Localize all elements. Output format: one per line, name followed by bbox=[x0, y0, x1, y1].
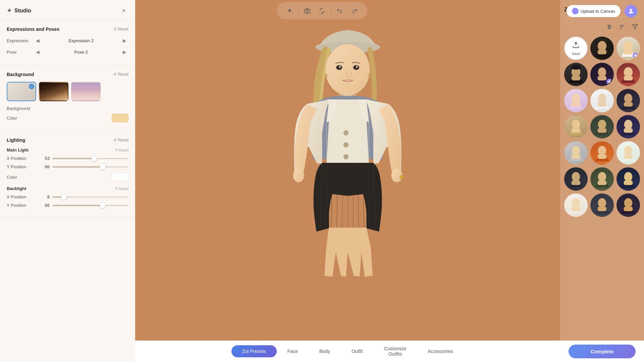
backlight-x-label: X Position bbox=[7, 194, 37, 199]
backlight-y-thumb[interactable] bbox=[100, 203, 105, 208]
svg-rect-70 bbox=[598, 207, 606, 211]
x-position-slider[interactable] bbox=[52, 158, 128, 159]
pose-prev-button[interactable]: ◀ bbox=[34, 48, 42, 56]
pose-next-button[interactable]: ▶ bbox=[120, 48, 128, 56]
top-bar: ✦ Uplo bbox=[0, 0, 644, 21]
lighting-reset-button[interactable]: ↺ Reset bbox=[113, 138, 128, 142]
background-thumbnails: ✓ bbox=[7, 82, 128, 101]
main-light-reset-button[interactable]: ↺ Reset bbox=[115, 148, 128, 152]
main-light-reset-icon: ↺ bbox=[115, 148, 118, 152]
complete-button-area: Complete bbox=[560, 341, 644, 362]
y-position-slider[interactable] bbox=[52, 166, 128, 168]
preset-item-3[interactable] bbox=[564, 63, 588, 86]
rotate-tool-button[interactable] bbox=[316, 5, 328, 17]
preset-item-10[interactable] bbox=[590, 115, 614, 138]
tab-body[interactable]: Body bbox=[309, 345, 341, 357]
preset-item-7[interactable] bbox=[590, 89, 614, 112]
svg-point-57 bbox=[598, 146, 606, 155]
main-light-header: Main Light ↺ Reset bbox=[7, 147, 128, 153]
preset-item-16[interactable] bbox=[590, 167, 614, 191]
preset-item-6[interactable] bbox=[564, 89, 588, 112]
preset-item-2[interactable] bbox=[616, 37, 640, 60]
filter-preset-button[interactable] bbox=[630, 22, 640, 32]
sparkle-tool-button[interactable]: ✦ bbox=[283, 5, 296, 17]
lighting-header: Lighting ↺ Reset bbox=[7, 137, 128, 143]
canvas-logo-icon bbox=[572, 8, 579, 14]
y-slider-thumb[interactable] bbox=[100, 164, 105, 170]
bg-thumbnail-1[interactable]: ✓ bbox=[7, 82, 36, 101]
upload-canvas-label: Upload to Canvas bbox=[581, 9, 615, 14]
preset-item-17[interactable] bbox=[616, 167, 640, 191]
save-preset-button[interactable]: Save bbox=[564, 37, 588, 60]
backlight-x-thumb[interactable] bbox=[61, 194, 66, 200]
backlight-x-slider[interactable] bbox=[52, 196, 128, 198]
expressions-poses-header: Expressions and Poses ↺ Reset bbox=[7, 26, 128, 32]
preset-item-1[interactable] bbox=[590, 37, 614, 60]
svg-point-45 bbox=[598, 94, 606, 103]
upload-canvas-button[interactable]: Upload to Canvas bbox=[567, 5, 621, 17]
bg-thumbnail-2[interactable] bbox=[39, 82, 68, 101]
sort-preset-button[interactable] bbox=[617, 22, 627, 32]
redo-button[interactable] bbox=[348, 5, 361, 17]
tab-outfit[interactable]: Outfit bbox=[341, 345, 373, 357]
x-slider-thumb[interactable] bbox=[92, 156, 97, 161]
user-avatar-button[interactable] bbox=[625, 5, 637, 17]
backlight-reset-label: Reset bbox=[119, 187, 128, 191]
background-reset-button[interactable]: ↺ Reset bbox=[113, 72, 128, 77]
pose-value: Pose 2 bbox=[42, 50, 120, 55]
preset-item-14[interactable] bbox=[616, 141, 640, 165]
preset-item-12[interactable] bbox=[564, 141, 588, 165]
preset-item-9[interactable] bbox=[564, 115, 588, 138]
backlight-y-slider[interactable] bbox=[52, 205, 128, 206]
delete-preset-button[interactable]: 🗑 bbox=[604, 22, 614, 32]
svg-rect-56 bbox=[572, 155, 580, 159]
svg-rect-62 bbox=[572, 181, 580, 185]
svg-rect-50 bbox=[572, 128, 580, 133]
preset-item-20[interactable] bbox=[616, 193, 640, 217]
svg-point-67 bbox=[572, 198, 580, 207]
undo-button[interactable] bbox=[334, 5, 346, 17]
tab-face[interactable]: Face bbox=[277, 345, 309, 357]
expressions-poses-reset-button[interactable]: ↺ Reset bbox=[113, 27, 128, 32]
background-color-row: Background bbox=[7, 106, 128, 111]
left-panel: ✦ Studio × Expressions and Poses ↺ Reset… bbox=[0, 0, 135, 362]
svg-rect-31 bbox=[598, 50, 606, 54]
preset-item-18[interactable] bbox=[564, 193, 588, 217]
lighting-reset-label: Reset bbox=[118, 138, 128, 142]
x-position-row: X Position 53 bbox=[7, 156, 128, 161]
tab-customize-outfits[interactable]: CustomizeOutfits bbox=[373, 343, 417, 360]
background-header: Background ↺ Reset bbox=[7, 72, 128, 77]
svg-point-30 bbox=[598, 41, 606, 51]
background-reset-label: Reset bbox=[118, 72, 128, 77]
svg-point-49 bbox=[572, 120, 580, 129]
svg-point-10 bbox=[356, 66, 358, 68]
preset-item-8[interactable] bbox=[616, 89, 640, 112]
preset-item-15[interactable] bbox=[564, 167, 588, 191]
preset-item-5[interactable] bbox=[616, 63, 640, 86]
svg-point-53 bbox=[624, 120, 633, 129]
bg-thumbnail-3[interactable] bbox=[71, 82, 101, 101]
expressions-poses-reset-label: Reset bbox=[118, 27, 128, 32]
preset-item-19[interactable] bbox=[590, 193, 614, 217]
svg-point-24 bbox=[400, 175, 403, 179]
background-color-label: Background bbox=[7, 106, 30, 111]
main-light-color-label: Color bbox=[7, 175, 17, 180]
expression-prev-button[interactable]: ◀ bbox=[34, 37, 42, 45]
right-panel: Zoi Presets ⚠ 🗑 bbox=[560, 0, 644, 362]
preset-item-13[interactable] bbox=[590, 141, 614, 165]
svg-point-63 bbox=[598, 172, 606, 181]
backlight-reset-icon: ↺ bbox=[115, 186, 118, 191]
complete-button[interactable]: Complete bbox=[569, 345, 636, 358]
preset-item-4[interactable] bbox=[590, 63, 614, 86]
backlight-reset-button[interactable]: ↺ Reset bbox=[115, 186, 128, 191]
expression-next-button[interactable]: ▶ bbox=[120, 37, 128, 45]
tab-accessories[interactable]: Accessories bbox=[417, 345, 464, 357]
svg-point-65 bbox=[624, 172, 633, 181]
lighting-section: Lighting ↺ Reset Main Light ↺ Reset X Po… bbox=[0, 131, 135, 218]
tab-zoi-presets[interactable]: Zoi Presets bbox=[231, 345, 277, 357]
background-color-swatch[interactable] bbox=[112, 114, 128, 122]
character-illustration bbox=[269, 17, 426, 323]
preset-item-11[interactable] bbox=[616, 115, 640, 138]
main-light-color-swatch[interactable] bbox=[112, 173, 128, 181]
camera-tool-button[interactable] bbox=[301, 5, 313, 17]
